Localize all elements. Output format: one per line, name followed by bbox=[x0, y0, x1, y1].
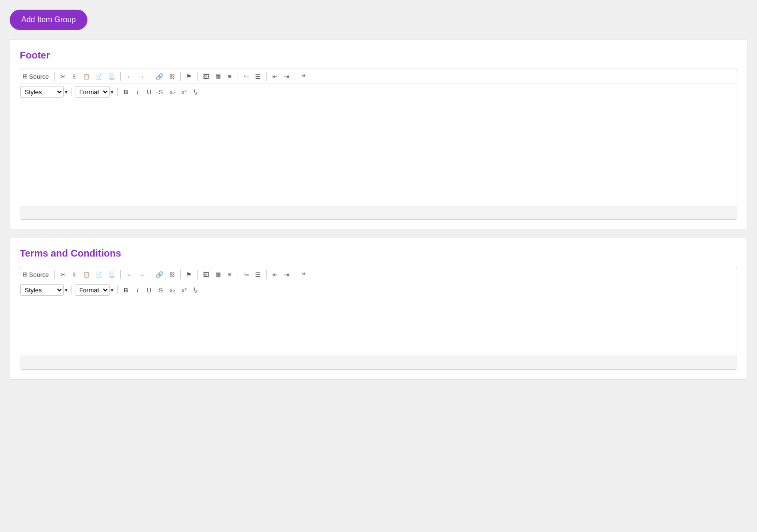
footer-title: Footer bbox=[20, 50, 737, 61]
terms-italic-button[interactable]: I bbox=[132, 285, 143, 295]
terms-section: Terms and Conditions ⊞ Source ✂ ⎘ 📋 📄 📃 … bbox=[10, 238, 747, 380]
table-icon: ▦ bbox=[215, 73, 221, 80]
terms-unlink-button[interactable]: ⛓ bbox=[167, 269, 177, 280]
add-item-group-button[interactable]: Add Item Group bbox=[10, 10, 87, 30]
terms-toolbar-row1: ⊞ Source ✂ ⎘ 📋 📄 📃 ← → 🔗 ⛓ ⚑ 🖼 ▦ bbox=[20, 267, 737, 282]
sep6 bbox=[238, 72, 238, 81]
footer-redo-button[interactable]: → bbox=[136, 71, 147, 82]
sep3 bbox=[150, 72, 150, 81]
terms-clear-format-button[interactable]: Ix bbox=[190, 285, 201, 295]
footer-subscript-button[interactable]: x₂ bbox=[167, 86, 178, 97]
footer-toolbar-row1: ⊞ Source ✂ ⎘ 📋 📄 📃 ← → 🔗 ⛓ ⚑ 🖼 ▦ bbox=[20, 69, 737, 84]
terms-styles-select[interactable]: Styles Normal Heading 1 Heading 2 bbox=[20, 284, 64, 296]
footer-toolbar-row2: Styles Normal Heading 1 Heading 2 ▼ Form… bbox=[20, 84, 737, 100]
footer-link-button[interactable]: 🔗 bbox=[153, 71, 166, 82]
styles-dropdown-icon: ▼ bbox=[64, 89, 69, 95]
footer-italic-button[interactable]: I bbox=[132, 86, 143, 97]
sep4 bbox=[180, 72, 181, 81]
terms-paste-button[interactable]: 📋 bbox=[81, 269, 92, 280]
terms-strikethrough-button[interactable]: S bbox=[156, 285, 166, 295]
terms-source-button[interactable]: ⊞ Source bbox=[20, 269, 51, 280]
terms-image-icon: 🖼 bbox=[203, 271, 209, 278]
terms-editor-statusbar bbox=[20, 356, 737, 369]
footer-justify-button[interactable]: ≡ bbox=[224, 71, 235, 82]
footer-paste-button[interactable]: 📋 bbox=[81, 71, 92, 82]
footer-unordered-list-button[interactable]: ☰ bbox=[253, 71, 263, 82]
terms-redo-button[interactable]: → bbox=[136, 269, 147, 280]
source-icon: ⊞ bbox=[23, 73, 28, 80]
terms-paste-word-button[interactable]: 📃 bbox=[106, 269, 117, 280]
terms-title: Terms and Conditions bbox=[20, 248, 737, 259]
terms-justify-button[interactable]: ≡ bbox=[224, 269, 235, 280]
terms-justify-icon: ≡ bbox=[228, 271, 231, 278]
footer-underline-button[interactable]: U bbox=[144, 86, 155, 97]
paste-word-icon: 📃 bbox=[108, 73, 115, 80]
terms-undo-button[interactable]: ← bbox=[124, 269, 135, 280]
tsep5 bbox=[197, 270, 198, 279]
footer-outdent-button[interactable]: ⇤ bbox=[270, 71, 280, 82]
terms-blockquote-button[interactable]: ❝ bbox=[298, 269, 309, 280]
footer-editor-body[interactable] bbox=[20, 100, 737, 206]
footer-blockquote-button[interactable]: ❝ bbox=[298, 71, 309, 82]
footer-image-button[interactable]: 🖼 bbox=[200, 71, 212, 82]
tsep4 bbox=[180, 270, 181, 279]
footer-undo-button[interactable]: ← bbox=[124, 71, 135, 82]
terms-unordered-list-button[interactable]: ☰ bbox=[253, 269, 263, 280]
terms-subscript-button[interactable]: x₂ bbox=[167, 285, 178, 295]
terms-link-button[interactable]: 🔗 bbox=[153, 269, 166, 280]
terms-bold-button[interactable]: B bbox=[121, 285, 131, 295]
footer-strikethrough-button[interactable]: S bbox=[156, 86, 166, 97]
tsep7 bbox=[266, 270, 267, 279]
terms-outdent-icon: ⇤ bbox=[272, 271, 278, 278]
footer-paste-word-button[interactable]: 📃 bbox=[106, 71, 117, 82]
footer-unlink-button[interactable]: ⛓ bbox=[167, 71, 177, 82]
terms-superscript-button[interactable]: x² bbox=[179, 285, 189, 295]
footer-source-button[interactable]: ⊞ Source bbox=[20, 71, 51, 82]
unlink-icon: ⛓ bbox=[170, 73, 175, 79]
terms-unlink-icon: ⛓ bbox=[170, 272, 175, 277]
terms-outdent-button[interactable]: ⇤ bbox=[270, 269, 280, 280]
footer-anchor-button[interactable]: ⚑ bbox=[184, 71, 194, 82]
footer-clear-format-button[interactable]: Ix bbox=[190, 86, 201, 97]
terms-toolbar-row2: Styles Normal Heading 1 Heading 2 ▼ Form… bbox=[20, 282, 737, 298]
anchor-icon: ⚑ bbox=[186, 73, 192, 80]
tsep9 bbox=[71, 286, 72, 294]
terms-source-label: Source bbox=[29, 271, 49, 278]
footer-editor-statusbar bbox=[20, 206, 737, 219]
footer-paste-text-button[interactable]: 📄 bbox=[93, 71, 105, 82]
link-icon: 🔗 bbox=[156, 73, 163, 80]
indent-icon: ⇥ bbox=[284, 73, 289, 80]
footer-copy-button[interactable]: ⎘ bbox=[69, 71, 80, 82]
terms-cut-button[interactable]: ✂ bbox=[57, 269, 68, 280]
tsep3 bbox=[150, 270, 150, 279]
terms-editor-body[interactable] bbox=[20, 298, 737, 356]
terms-ordered-list-button[interactable]: ≔ bbox=[241, 269, 252, 280]
terms-underline-button[interactable]: U bbox=[144, 285, 155, 295]
terms-image-button[interactable]: 🖼 bbox=[200, 269, 212, 280]
underline-icon: U bbox=[147, 88, 151, 96]
footer-cut-button[interactable]: ✂ bbox=[57, 71, 68, 82]
footer-bold-button[interactable]: B bbox=[121, 86, 131, 97]
footer-table-button[interactable]: ▦ bbox=[213, 71, 223, 82]
ordered-list-icon: ≔ bbox=[244, 73, 249, 80]
terms-indent-button[interactable]: ⇥ bbox=[281, 269, 292, 280]
redo-icon: → bbox=[138, 73, 144, 80]
sep2 bbox=[120, 72, 121, 81]
terms-table-button[interactable]: ▦ bbox=[213, 269, 223, 280]
tsep6 bbox=[238, 270, 238, 279]
unordered-list-icon: ☰ bbox=[255, 73, 261, 80]
terms-copy-icon: ⎘ bbox=[73, 272, 76, 277]
footer-ordered-list-button[interactable]: ≔ bbox=[241, 71, 252, 82]
terms-redo-icon: → bbox=[138, 271, 144, 278]
tsep1 bbox=[54, 270, 55, 279]
footer-format-select[interactable]: Format Bold Italic bbox=[75, 86, 110, 98]
terms-format-select[interactable]: Format Bold Italic bbox=[75, 284, 110, 296]
footer-superscript-button[interactable]: x² bbox=[179, 86, 189, 97]
sep8 bbox=[295, 72, 295, 81]
terms-anchor-button[interactable]: ⚑ bbox=[184, 269, 194, 280]
terms-subscript-icon: x₂ bbox=[170, 287, 175, 294]
terms-paste-text-button[interactable]: 📄 bbox=[93, 269, 105, 280]
footer-styles-select[interactable]: Styles Normal Heading 1 Heading 2 bbox=[20, 86, 64, 98]
footer-indent-button[interactable]: ⇥ bbox=[281, 71, 292, 82]
terms-copy-button[interactable]: ⎘ bbox=[69, 269, 80, 280]
